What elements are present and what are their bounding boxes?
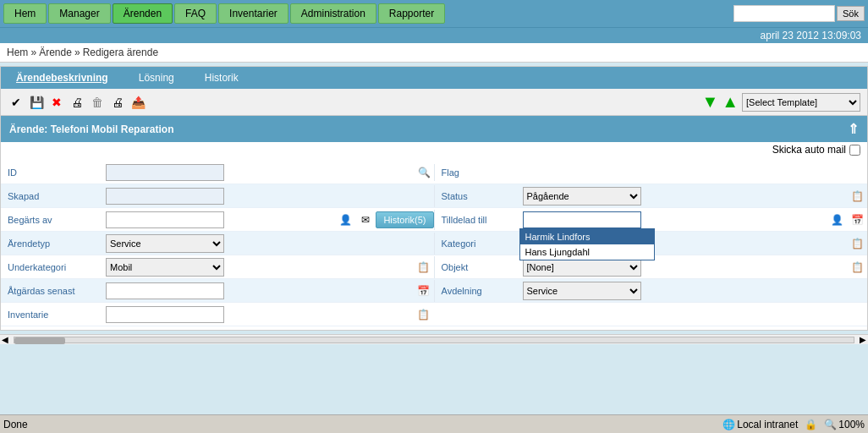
nav-faq[interactable]: FAQ: [174, 3, 217, 24]
search-area: Sök: [733, 5, 865, 22]
scroll-track[interactable]: [14, 337, 854, 343]
search-button[interactable]: Sök: [837, 6, 865, 21]
status-copy-icon[interactable]: 📋: [848, 187, 866, 206]
search-input[interactable]: [733, 5, 835, 22]
autocomplete-item-harmik[interactable]: Harmik Lindfors: [520, 229, 654, 244]
nav-inventarier[interactable]: Inventarier: [218, 3, 288, 24]
breadcrumb-arende[interactable]: Ärende: [39, 47, 72, 58]
main-content-box: Ärendebeskrivning Lösning Historik ✔ 💾 ✖…: [0, 66, 868, 331]
skapad-label: Skapad: [1, 188, 102, 205]
atgardas-label: Åtgärdas senast: [1, 282, 102, 299]
underkategori-select[interactable]: Mobil Fast telefoni: [106, 258, 224, 277]
skapad-field[interactable]: 2012-04-20 13:40: [106, 188, 224, 205]
breadcrumb-sep2: »: [74, 47, 80, 58]
top-navigation: Hem Manager Ärenden FAQ Inventarier Admi…: [0, 0, 868, 27]
save-disk-icon[interactable]: 💾: [28, 94, 45, 111]
begarts-input-area: Lisa Flitig: [102, 210, 335, 230]
inventarie-copy-icon[interactable]: 📋: [415, 305, 433, 324]
toolbar-right: ▼ ▲ [Select Template]: [701, 92, 860, 112]
nav-manager[interactable]: Manager: [48, 3, 110, 24]
underkategori-copy-icon[interactable]: 📋: [415, 258, 433, 277]
id-label: ID: [1, 164, 102, 181]
scroll-left-btn[interactable]: ◀: [0, 335, 10, 344]
section-header: Ärende: Telefoni Mobil Reparation ⇑: [1, 116, 867, 142]
atgardas-calendar-icon[interactable]: 📅: [415, 282, 433, 300]
id-search-icon[interactable]: 🔍: [415, 163, 434, 182]
underkategori-input-area: Mobil Fast telefoni: [102, 256, 414, 278]
status-done: Done: [3, 419, 716, 430]
kategori-copy-icon[interactable]: 📋: [848, 234, 866, 253]
tilldelad-field[interactable]: h: [523, 211, 641, 228]
trash-icon[interactable]: 🗑: [89, 94, 106, 111]
tilldelad-input-area: h Harmik Lindfors Hans Ljungdahl: [519, 210, 827, 230]
tab-losning[interactable]: Lösning: [124, 67, 190, 89]
nav-arenden[interactable]: Ärenden: [113, 3, 173, 24]
begarts-person-icon[interactable]: 👤: [336, 211, 354, 229]
flag-input-area: [519, 171, 868, 174]
kategori-label: Kategori: [435, 235, 519, 252]
delete-icon[interactable]: ✖: [48, 94, 65, 111]
form-grid: ID HD-155 🔍 Flag Skapad 2012-04-: [1, 157, 867, 330]
tilldelad-calendar-icon[interactable]: 📅: [848, 211, 866, 229]
arrow-up-icon[interactable]: ▲: [722, 92, 739, 112]
status-bar: Done 🌐 Local intranet 🔒 🔍 100%: [0, 414, 868, 433]
nav-hem[interactable]: Hem: [3, 3, 47, 24]
automail-label: Skicka auto mail: [772, 144, 846, 156]
zoom-label: 100%: [838, 419, 865, 430]
form-row-inventarie: Inventarie 📋: [1, 303, 867, 326]
nav-rapporter[interactable]: Rapporter: [378, 3, 445, 24]
security-icon: 🔒: [805, 419, 817, 430]
arrow-down-icon[interactable]: ▼: [701, 92, 718, 112]
form-row-underkategori: Underkategori Mobil Fast telefoni 📋 Obje…: [1, 255, 867, 279]
tab-arendebeskrivning[interactable]: Ärendebeskrivning: [1, 67, 124, 89]
avdelning-input-area: Service IT Support: [519, 280, 868, 302]
avdelning-select[interactable]: Service IT Support: [523, 282, 641, 300]
inventarie-field[interactable]: [106, 306, 224, 323]
flag-label: Flag: [435, 164, 519, 181]
atgardas-field[interactable]: [106, 282, 224, 299]
begarts-label: Begärts av: [1, 211, 102, 228]
arendetyp-input-area: Service Incident Problem: [102, 233, 434, 255]
inventarie-label: Inventarie: [1, 306, 102, 323]
scroll-thumb[interactable]: [14, 337, 65, 344]
toolbar: ✔ 💾 ✖ 🖨 🗑 🖨 📤 ▼ ▲ [Select Template]: [1, 89, 867, 116]
export-icon[interactable]: 📤: [129, 94, 146, 111]
save-check-icon[interactable]: ✔: [8, 94, 25, 111]
automail-row: Skicka auto mail: [1, 142, 867, 157]
form-row-arendetyp: Ärendetyp Service Incident Problem Kateg…: [1, 232, 867, 255]
copy-icon[interactable]: 🖨: [69, 94, 85, 111]
objekt-copy-icon[interactable]: 📋: [848, 258, 866, 277]
zoom-icon: 🔍: [824, 419, 837, 430]
form-row-skapad: Skapad 2012-04-20 13:40 Status Pågående …: [1, 184, 867, 208]
id-input-area: HD-155: [102, 162, 415, 183]
status-select[interactable]: Pågående Stängd Väntande: [523, 187, 641, 206]
template-select[interactable]: [Select Template]: [742, 93, 860, 112]
tilldelad-label: Tilldelad till: [435, 211, 519, 228]
status-right: 🌐 Local intranet 🔒 🔍 100%: [722, 419, 865, 430]
id-field[interactable]: HD-155: [106, 164, 224, 181]
zoom-status[interactable]: 🔍 100%: [824, 419, 865, 430]
skapad-input-area: 2012-04-20 13:40: [102, 186, 434, 206]
network-label: Local intranet: [737, 419, 798, 430]
tilldelad-person-icon[interactable]: 👤: [827, 211, 846, 229]
tab-bar: Ärendebeskrivning Lösning Historik: [1, 67, 867, 89]
breadcrumb-redigera: Redigera ärende: [83, 47, 158, 58]
begarts-field[interactable]: Lisa Flitig: [106, 211, 224, 228]
tab-historik[interactable]: Historik: [190, 67, 254, 89]
objekt-select[interactable]: [None] Mobil Dator: [523, 258, 641, 277]
security-status: 🔒: [805, 419, 817, 430]
scroll-right-btn[interactable]: ▶: [858, 335, 868, 344]
print-icon[interactable]: 🖨: [109, 94, 126, 111]
breadcrumb-hem[interactable]: Hem: [7, 47, 28, 58]
collapse-icon[interactable]: ⇑: [848, 121, 859, 137]
objekt-label: Objekt: [435, 259, 519, 276]
nav-administration[interactable]: Administration: [290, 3, 376, 24]
autocomplete-item-hans[interactable]: Hans Ljungdahl: [520, 244, 654, 260]
date-bar: april 23 2012 13:09:03: [0, 27, 868, 43]
arendetyp-select[interactable]: Service Incident Problem: [106, 234, 224, 253]
historik-button[interactable]: Historik(5): [376, 211, 433, 228]
horizontal-scrollbar[interactable]: ◀ ▶: [0, 334, 868, 344]
begarts-mail-icon[interactable]: ✉: [356, 211, 375, 229]
inventarie-input-area: [102, 304, 414, 325]
automail-checkbox[interactable]: [849, 145, 860, 156]
